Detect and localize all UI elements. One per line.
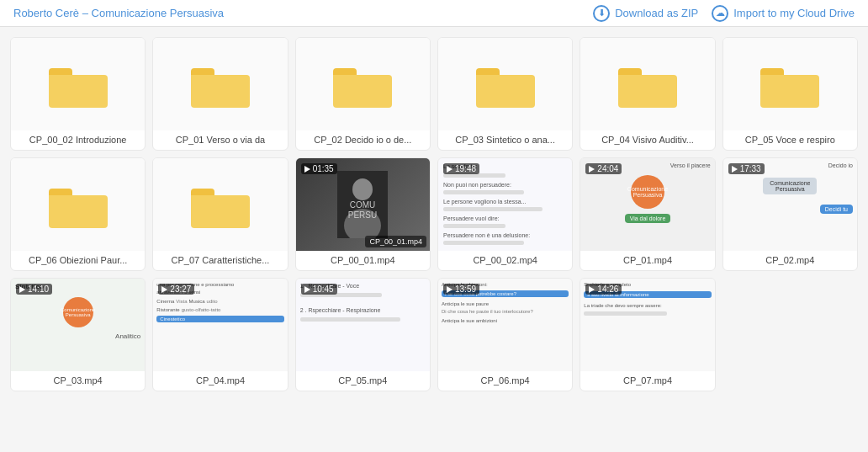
video-card-video-cp04[interactable]: una per percezione e processiamo attrave… (152, 278, 288, 391)
folder-thumb (438, 38, 572, 130)
duration-badge: 23:27 (158, 284, 194, 295)
video-label: CP_07.mp4 (580, 371, 714, 391)
import-label: Import to my Cloud Drive (733, 7, 855, 19)
video-card-video-cp03[interactable]: Sintetico ComunicazionePersuasiva Analit… (10, 278, 146, 391)
video-thumb: Sintetico ComunicazionePersuasiva Analit… (11, 279, 145, 371)
svg-text:COMU: COMU (350, 200, 376, 210)
play-icon (589, 286, 595, 293)
play-icon (447, 286, 453, 293)
file-grid: CP_00_02 Introduzione CP_01 Verso o via … (0, 27, 868, 401)
folder-icon (476, 61, 535, 108)
folder-label: CP_07 Caratteristiche... (153, 251, 287, 270)
duration-text: 10:45 (313, 284, 334, 294)
folder-icon (49, 61, 108, 108)
video-card-video-cp00-01[interactable]: COMU PERSU CP_00_01.mp4 01:35 CP_00_01.m… (295, 157, 431, 271)
folder-label: CP_01 Verso o via da (153, 130, 287, 150)
folder-card-folder-03[interactable]: CP_03 Sintetico o ana... (437, 37, 573, 151)
folder-label: CP_02 Decido io o de... (296, 130, 430, 150)
duration-badge: 14:26 (585, 284, 622, 295)
duration-text: 14:26 (597, 284, 618, 294)
video-label: CP_01.mp4 (580, 251, 714, 270)
video-thumb: una per percezione e processiamo attrave… (153, 279, 287, 371)
play-icon (589, 166, 595, 173)
video-label: CP_05.mp4 (296, 371, 430, 391)
duration-text: 17:33 (740, 164, 761, 173)
play-icon (161, 286, 167, 293)
folder-card-folder-06[interactable]: CP_06 Obiezioni Paur... (10, 157, 146, 271)
play-icon (19, 286, 25, 293)
video-card-video-cp00-02[interactable]: Lo sconforto: Non puoi non persuadere: L… (437, 157, 573, 271)
folder-icon (760, 61, 819, 108)
folder-icon (333, 61, 392, 108)
duration-text: 01:35 (313, 164, 334, 173)
cloud-icon: ☁ (712, 5, 728, 22)
video-thumb: Lo sconforto: Non puoi non persuadere: L… (438, 158, 572, 251)
folder-label: CP_05 Voce e respiro (723, 130, 857, 150)
video-card-video-cp01[interactable]: Verso il piacere ComunicazionePersuasiva… (580, 157, 715, 271)
folder-thumb (11, 38, 145, 130)
folder-thumb (296, 38, 430, 130)
play-icon (304, 166, 310, 173)
breadcrumb: Roberto Cerè – Comunicazione Persuasiva (13, 7, 224, 19)
play-icon (447, 166, 453, 173)
app-header: Roberto Cerè – Comunicazione Persuasiva … (0, 0, 868, 27)
folder-card-folder-01[interactable]: CP_01 Verso o via da (152, 37, 288, 151)
folder-icon (49, 182, 108, 228)
folder-icon (618, 61, 677, 108)
duration-badge: 01:35 (301, 163, 337, 174)
video-label: CP_00_02.mp4 (438, 251, 572, 270)
folder-thumb (153, 38, 287, 130)
video-label: CP_06.mp4 (438, 371, 572, 391)
video-thumb: Si chiede e completo Il suo livello di i… (580, 279, 714, 371)
folder-label: CP_04 Visivo Auditiv... (580, 130, 714, 150)
header-actions: ⬇ Download as ZIP ☁ Import to my Cloud D… (593, 5, 855, 22)
folder-thumb (723, 38, 857, 130)
folder-thumb (580, 38, 714, 130)
folder-label: CP_06 Obiezioni Paur... (11, 251, 145, 270)
import-cloud-button[interactable]: ☁ Import to my Cloud Drive (712, 5, 855, 22)
duration-badge: 19:48 (443, 163, 479, 174)
download-icon: ⬇ (593, 5, 610, 22)
folder-card-folder-05[interactable]: CP_05 Voce e respiro (722, 37, 858, 151)
svg-point-1 (352, 178, 373, 200)
video-card-video-cp06[interactable]: Anticipa le obiezioni: Per che cosa potr… (437, 278, 573, 391)
video-thumb: Decido io ComunicazionePersuasiva Decidi… (723, 158, 857, 251)
download-zip-button[interactable]: ⬇ Download as ZIP (593, 5, 698, 22)
folder-card-folder-02[interactable]: CP_02 Decido io o de... (295, 37, 431, 151)
duration-badge: 13:59 (443, 284, 479, 295)
folder-thumb (11, 158, 145, 251)
svg-text:PERSU: PERSU (348, 210, 377, 220)
breadcrumb-sep: – (82, 7, 92, 19)
breadcrumb-title[interactable]: Comunicazione Persuasiva (92, 7, 225, 19)
video-card-video-cp02[interactable]: Decido io ComunicazionePersuasiva Decidi… (722, 157, 858, 271)
video-label: CP_03.mp4 (11, 371, 145, 391)
duration-text: 24:04 (597, 164, 618, 173)
play-icon (304, 286, 310, 293)
duration-badge: 17:33 (728, 163, 765, 174)
video-label: CP_04.mp4 (153, 371, 287, 391)
folder-icon (191, 182, 250, 228)
breadcrumb-author: Roberto Cerè (13, 7, 79, 19)
folder-card-folder-04[interactable]: CP_04 Visivo Auditiv... (580, 37, 715, 151)
folder-card-folder-07[interactable]: CP_07 Caratteristiche... (152, 157, 288, 271)
video-thumb: 1 . Rspecchiare - Voce 2 . Rspecchiare -… (296, 279, 430, 371)
duration-text: 19:48 (455, 164, 476, 173)
video-thumb: Verso il piacere ComunicazionePersuasiva… (580, 158, 714, 251)
folder-label: CP_00_02 Introduzione (11, 130, 145, 150)
folder-card-folder-00-02[interactable]: CP_00_02 Introduzione (10, 37, 146, 151)
video-thumb: COMU PERSU CP_00_01.mp4 01:35 (296, 158, 430, 251)
download-label: Download as ZIP (615, 7, 698, 19)
duration-badge: 14:10 (16, 284, 52, 295)
video-label: CP_00_01.mp4 (296, 251, 430, 270)
folder-label: CP_03 Sintetico o ana... (438, 130, 572, 150)
duration-text: 14:10 (28, 284, 49, 294)
video-label: CP_02.mp4 (723, 251, 857, 270)
video-card-video-cp07[interactable]: Si chiede e completo Il suo livello di i… (580, 278, 715, 391)
duration-badge: 10:45 (301, 284, 337, 295)
duration-badge: 24:04 (585, 163, 622, 174)
video-card-video-cp05[interactable]: 1 . Rspecchiare - Voce 2 . Rspecchiare -… (295, 278, 431, 391)
video-thumb: Anticipa le obiezioni: Per che cosa potr… (438, 279, 572, 371)
play-icon (732, 166, 738, 173)
filename-tag: CP_00_01.mp4 (365, 236, 426, 247)
duration-text: 23:27 (170, 284, 191, 294)
